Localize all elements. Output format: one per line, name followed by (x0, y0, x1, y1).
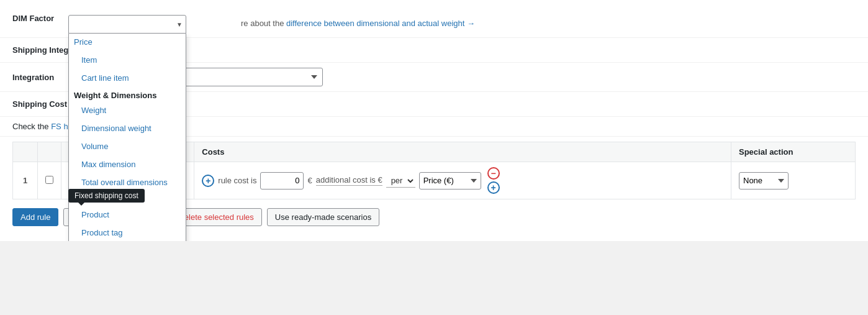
remove-cost-button[interactable]: − (487, 167, 500, 180)
dropdown-item-product-tag[interactable]: Product tag (69, 224, 186, 241)
special-action-cell: None (731, 162, 856, 199)
ready-made-button[interactable]: Use ready-made scenarios (267, 208, 379, 226)
row-number: 1 (13, 162, 38, 199)
col-costs: Costs (194, 142, 731, 162)
dropdown-item-price[interactable]: Price (69, 34, 186, 52)
dropdown-item-max-dimension[interactable]: Max dimension (69, 156, 186, 174)
per-select[interactable]: per (386, 174, 415, 188)
dropdown-item-item[interactable]: Item (69, 52, 186, 70)
col-number (13, 142, 38, 162)
price-type-select[interactable]: Price (€) (419, 172, 481, 189)
row-checkbox-cell (38, 162, 61, 199)
check-link[interactable]: FS hi (51, 122, 70, 131)
condition-dropdown-overlay: ▼ Price Item Cart line item Weight & Dim… (68, 15, 186, 241)
dim-factor-link[interactable]: difference between dimensional and actua… (286, 19, 475, 28)
costs-cell: + rule cost is € additional cost is € pe… (194, 162, 731, 199)
check-prefix: Check the (12, 122, 51, 131)
add-cost-button-2[interactable]: + (487, 181, 500, 194)
special-action-select[interactable]: None (739, 172, 789, 189)
add-cost-button[interactable]: + (202, 175, 214, 187)
additional-cost-label: additional cost is € (316, 175, 382, 186)
dropdown-list: Price Item Cart line item Weight & Dimen… (68, 34, 186, 241)
cost-value-input[interactable] (260, 172, 304, 189)
row-checkbox[interactable] (45, 176, 53, 184)
dropdown-item-volume[interactable]: Volume (69, 138, 186, 156)
dropdown-group-weight: Weight & Dimensions (69, 87, 186, 102)
col-special-action: Special action (731, 142, 856, 162)
dim-factor-description: re about the (241, 19, 286, 28)
dropdown-search-input[interactable] (68, 15, 186, 34)
dropdown-item-dimensional-weight[interactable]: Dimensional weight (69, 120, 186, 138)
fixed-shipping-tooltip: Fixed shipping cost (68, 189, 145, 203)
currency-symbol: € (307, 176, 312, 185)
cost-action-buttons: − + (487, 167, 500, 194)
col-checkbox (38, 142, 61, 162)
add-rule-button[interactable]: Add rule (12, 208, 58, 226)
dropdown-item-weight[interactable]: Weight (69, 102, 186, 120)
dropdown-item-product[interactable]: Product (69, 206, 186, 224)
rule-cost-label: rule cost is (218, 176, 256, 185)
dropdown-item-cart-line-item[interactable]: Cart line item (69, 70, 186, 88)
